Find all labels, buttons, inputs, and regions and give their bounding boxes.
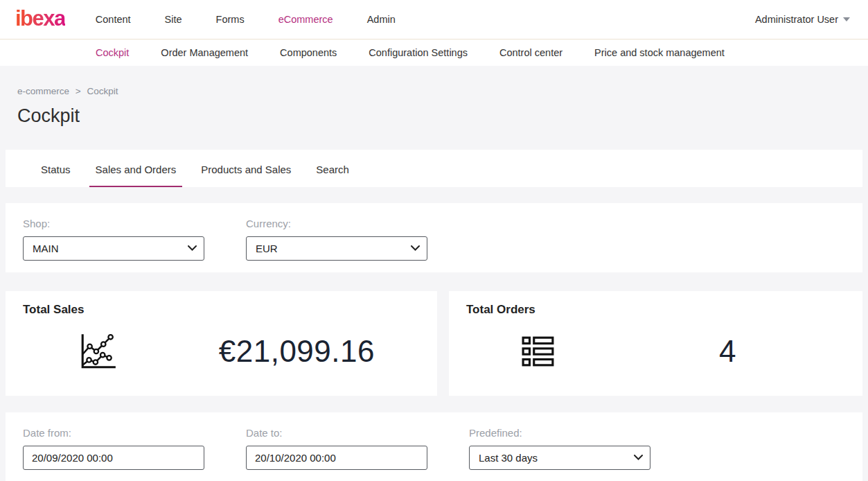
total-sales-card: Total Sales <box>6 291 437 396</box>
total-sales-value: €21,099.16 <box>174 334 420 369</box>
subnav-item-price-stock-management[interactable]: Price and stock management <box>594 47 725 58</box>
date-from-label: Date from: <box>23 427 246 439</box>
nav-item-forms[interactable]: Forms <box>216 14 245 25</box>
predefined-label: Predefined: <box>469 427 692 439</box>
order-list-icon <box>466 336 610 367</box>
subnav-item-configuration-settings[interactable]: Configuration Settings <box>369 47 468 58</box>
tab-status[interactable]: Status <box>35 164 77 187</box>
date-from-input[interactable] <box>23 446 204 470</box>
currency-label: Currency: <box>246 218 469 229</box>
total-orders-card: Total Orders 4 <box>449 291 862 396</box>
total-orders-title: Total Orders <box>466 303 845 317</box>
breadcrumb-current: Cockpit <box>87 86 118 96</box>
tab-search[interactable]: Search <box>310 164 355 187</box>
predefined-field: Predefined: Last 30 days <box>469 427 692 481</box>
date-to-input[interactable] <box>246 446 427 470</box>
main-menu: Content Site Forms eCommerce Admin <box>96 14 396 25</box>
subnav-item-order-management[interactable]: Order Management <box>161 47 248 58</box>
shop-currency-panel: Shop: MAIN Currency: EUR <box>6 203 862 272</box>
predefined-range-select[interactable]: Last 30 days <box>469 446 650 470</box>
ecommerce-sub-nav: Cockpit Order Management Components Conf… <box>0 40 868 66</box>
shop-select[interactable]: MAIN <box>23 236 204 261</box>
line-chart-icon <box>23 332 174 371</box>
nav-item-content[interactable]: Content <box>96 14 131 25</box>
date-to-label: Date to: <box>246 427 469 439</box>
breadcrumb: e-commerce > Cockpit <box>17 86 862 96</box>
tab-sales-and-orders[interactable]: Sales and Orders <box>89 164 183 187</box>
user-menu[interactable]: Administrator User <box>755 14 850 25</box>
tab-bar: Status Sales and Orders Products and Sal… <box>6 150 862 187</box>
subnav-item-cockpit[interactable]: Cockpit <box>96 47 129 58</box>
currency-field: Currency: EUR <box>246 218 469 272</box>
shop-label: Shop: <box>23 218 246 229</box>
tab-products-and-sales[interactable]: Products and Sales <box>195 164 297 187</box>
total-orders-value: 4 <box>610 334 845 369</box>
nav-item-ecommerce[interactable]: eCommerce <box>278 14 333 25</box>
currency-select[interactable]: EUR <box>246 236 427 261</box>
ibexa-logo[interactable]: ibexa <box>15 8 65 32</box>
nav-item-site[interactable]: Site <box>165 14 182 25</box>
nav-item-admin[interactable]: Admin <box>367 14 396 25</box>
page-title: Cockpit <box>17 105 862 127</box>
user-menu-label: Administrator User <box>755 14 838 25</box>
date-filter-panel: Date from: Date to: Predefined: Last 30 … <box>6 412 862 481</box>
top-nav: ibexa Content Site Forms eCommerce Admin… <box>0 0 868 40</box>
subnav-item-components[interactable]: Components <box>280 47 337 58</box>
date-to-field: Date to: <box>246 427 469 481</box>
page-content: e-commerce > Cockpit Cockpit Status Sale… <box>0 86 868 481</box>
breadcrumb-separator: > <box>76 86 81 96</box>
subnav-item-control-center[interactable]: Control center <box>499 47 563 58</box>
total-sales-title: Total Sales <box>23 303 420 317</box>
chevron-down-icon <box>843 17 850 21</box>
metric-cards-row: Total Sales <box>6 291 862 396</box>
date-from-field: Date from: <box>23 427 246 481</box>
shop-field: Shop: MAIN <box>23 218 246 272</box>
breadcrumb-parent[interactable]: e-commerce <box>17 86 69 96</box>
